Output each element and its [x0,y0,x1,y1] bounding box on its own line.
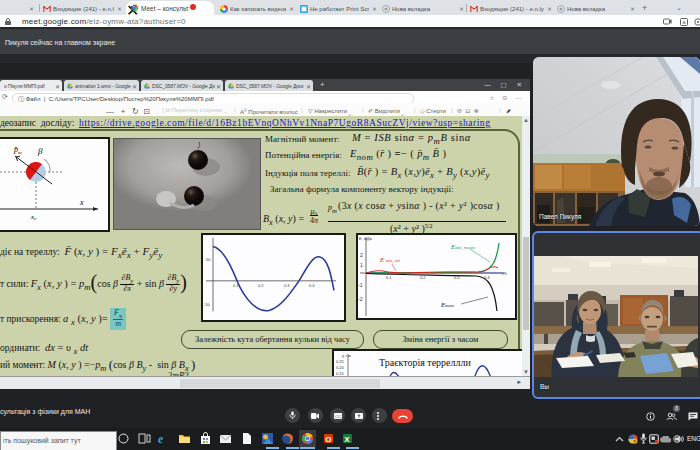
svg-text:Eпот: Eпот [440,301,454,309]
svg-text:2: 2 [360,252,363,258]
svg-text:3: 3 [675,405,678,411]
svg-text:0.3: 0.3 [284,283,290,288]
svg-text:Траєкторія терреллли: Траєкторія терреллли [379,357,472,368]
svg-text:0.2: 0.2 [420,275,426,280]
svg-text:x: x [79,198,84,207]
svg-text:-1: -1 [358,282,363,288]
svg-text:β: β [37,146,43,156]
svg-text:0.25: 0.25 [336,359,345,364]
svg-text:y, см: y, см [342,353,351,358]
svg-text:a: a [682,19,686,25]
svg-text:1: 1 [360,262,363,268]
svg-text:x₀: x₀ [30,213,37,221]
svg-text:0.1: 0.1 [386,275,392,280]
svg-text:0.2: 0.2 [258,283,264,288]
svg-text:e: e [158,432,164,445]
svg-text:CC: CC [335,414,341,419]
svg-text:E кін, об: E кін, об [379,256,400,264]
svg-text:0.4: 0.4 [309,283,315,288]
svg-text:E, мДж: E, мДж [359,236,372,241]
svg-text:p̄m: p̄m [13,145,22,155]
svg-text:X: X [344,435,350,444]
svg-text:50: 50 [206,257,211,262]
svg-text:-50: -50 [204,302,211,307]
svg-text:0.20: 0.20 [336,365,345,370]
svg-text:-2: -2 [358,296,363,302]
svg-text:O: O [325,435,331,444]
